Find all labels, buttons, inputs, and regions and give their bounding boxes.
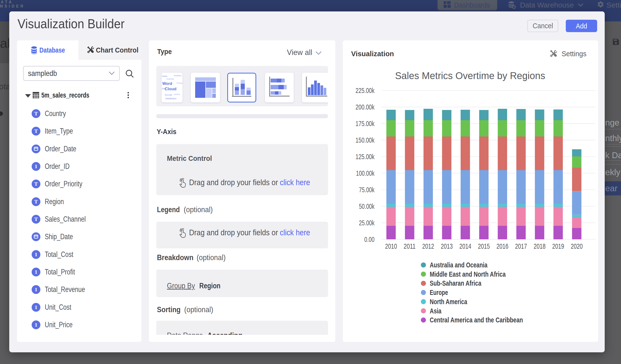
svg-text:0.00: 0.00 [364,235,375,243]
svg-text:225.00k: 225.00k [356,86,375,94]
svg-text:2019: 2019 [552,242,564,250]
svg-text:2015: 2015 [478,242,490,250]
svg-text:Sub-Saharan Africa: Sub-Saharan Africa [430,279,481,287]
svg-text:125.00k: 125.00k [356,153,375,161]
svg-text:2012: 2012 [422,242,434,250]
svg-text:Middle East and North Africa: Middle East and North Africa [430,270,506,278]
svg-text:200.00k: 200.00k [356,103,375,111]
svg-text:100.00k: 100.00k [356,169,375,177]
svg-text:2013: 2013 [441,242,453,250]
svg-text:2020: 2020 [571,242,583,250]
svg-text:2016: 2016 [496,242,508,250]
svg-text:North America: North America [430,297,467,306]
svg-text:75.00k: 75.00k [359,186,375,194]
svg-text:2018: 2018 [534,242,546,250]
svg-text:2014: 2014 [459,242,471,250]
svg-text:150.00k: 150.00k [356,136,375,144]
svg-text:Australia and Oceania: Australia and Oceania [430,261,487,269]
svg-text:Europe: Europe [430,288,448,296]
svg-text:Asia: Asia [430,307,441,315]
svg-text:Sales Metrics Overtime by Regi: Sales Metrics Overtime by Regions [395,70,545,81]
svg-text:175.00k: 175.00k [356,120,375,127]
svg-text:Central America and the Caribb: Central America and the Caribbean [430,316,523,324]
svg-text:50.00k: 50.00k [359,202,375,210]
svg-text:2011: 2011 [404,242,416,250]
svg-text:2017: 2017 [515,242,527,250]
svg-text:25.00k: 25.00k [359,219,375,227]
svg-text:2010: 2010 [385,242,397,250]
